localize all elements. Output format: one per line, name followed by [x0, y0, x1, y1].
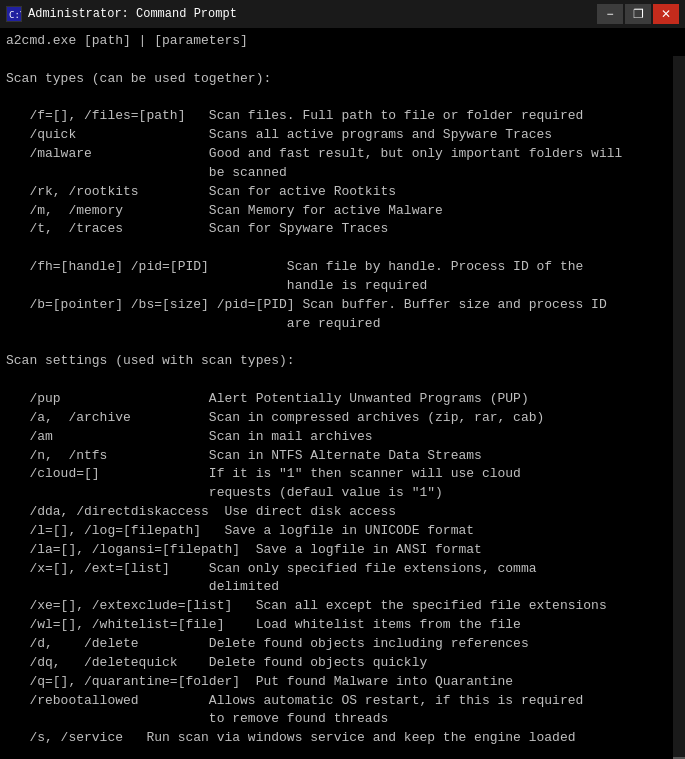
restore-button[interactable]: ❐ [625, 4, 651, 24]
window-title: Administrator: Command Prompt [28, 7, 237, 21]
title-bar-left: C:\ Administrator: Command Prompt [6, 6, 237, 22]
close-button[interactable]: ✕ [653, 4, 679, 24]
title-bar: C:\ Administrator: Command Prompt − ❐ ✕ [0, 0, 685, 28]
minimize-button[interactable]: − [597, 4, 623, 24]
cmd-icon: C:\ [6, 6, 22, 22]
svg-text:C:\: C:\ [9, 10, 21, 20]
console-output: a2cmd.exe [path] | [parameters] Scan typ… [0, 28, 685, 759]
scrollbar[interactable] [673, 56, 685, 759]
title-bar-buttons: − ❐ ✕ [597, 4, 679, 24]
console-wrapper: a2cmd.exe [path] | [parameters] Scan typ… [0, 28, 685, 759]
